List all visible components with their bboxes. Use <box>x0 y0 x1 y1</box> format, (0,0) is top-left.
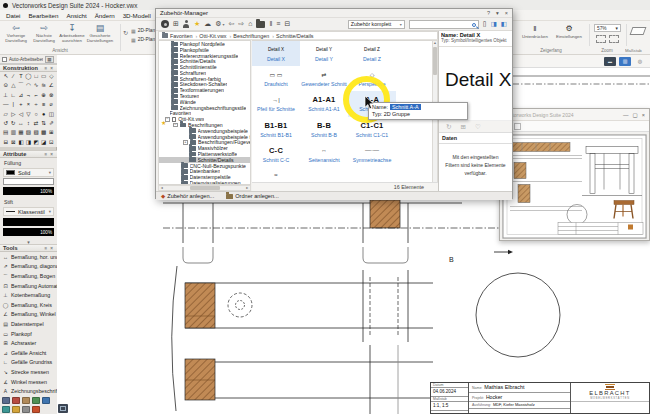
refresh-icon[interactable]: ↻ <box>446 123 451 131</box>
menu-item[interactable]: Datei <box>2 12 24 19</box>
library-item[interactable]: ▭ ▭ Draufsicht <box>252 66 300 91</box>
toolbar-icon[interactable]: ☁ <box>204 19 211 29</box>
float-window-titlebar[interactable]: Vectorworks Design Suite 2024 — ▢ × <box>500 109 649 121</box>
library-item[interactable]: A1-A1 Schnitt A1-A1 <box>300 91 348 116</box>
active-view-icon[interactable]: ▥ <box>619 57 631 66</box>
tool-list-item[interactable]: ⊡ Bemaßung Automatisch <box>0 281 57 291</box>
tool-icon[interactable]: ⊗ <box>47 91 55 100</box>
tool-icon[interactable]: ▩ <box>40 128 48 137</box>
collapse-icon[interactable]: ▾ <box>496 10 499 16</box>
tool-icon[interactable]: ▧ <box>25 128 33 137</box>
tool-icon[interactable]: ∟ <box>10 91 18 100</box>
tool-icon[interactable]: ⇗ <box>47 119 55 128</box>
zoom-level-dropdown[interactable]: 57% ▾ <box>594 24 621 32</box>
filter-dropdown[interactable]: Zubehör komplett ▾ <box>348 20 405 29</box>
tool-icon[interactable]: ↺ <box>2 119 10 128</box>
tool-icon[interactable]: ⇄ <box>32 119 40 128</box>
tool-list-item[interactable]: ⇗ Bemaßung, diagonal <box>0 262 57 272</box>
tool-list-item[interactable]: ↔ Bemaßung, hor. und vert. <box>0 252 57 262</box>
tool-icon[interactable]: × <box>25 100 33 109</box>
toolbar-icon[interactable] <box>161 20 169 28</box>
tool-icon[interactable]: ○ <box>32 110 40 119</box>
help-icon[interactable]: ? <box>487 10 490 16</box>
tool-icon[interactable]: ⊙ <box>2 81 10 90</box>
toolbar-icon[interactable]: ★ <box>194 19 200 29</box>
maximize-icon[interactable]: ▢ <box>633 112 638 118</box>
library-item[interactable]: C1-C1 Schnitt C1-C1 <box>348 117 396 142</box>
menu-item[interactable]: Ansicht <box>62 12 90 19</box>
zoom-rect-icon[interactable] <box>596 35 606 43</box>
workspace-icon[interactable] <box>42 397 50 404</box>
library-item[interactable]: B-B Schnitt B-B <box>300 117 348 142</box>
tool-icon[interactable]: ↕ <box>25 119 33 128</box>
tool-icon[interactable]: ∿ <box>32 81 40 90</box>
ribbon-button[interactable]: ⇨ Nächste Darstellung <box>30 22 58 44</box>
library-item[interactable]: →| Pfeil für Schnitte <box>252 91 300 116</box>
menu-item[interactable]: Ändern <box>91 12 119 19</box>
auto-workplane-checkbox[interactable] <box>2 57 7 62</box>
expander-icon[interactable]: + <box>183 140 188 145</box>
library-item[interactable]: C-C Schnitt C-C <box>252 142 300 167</box>
tool-icon[interactable]: ⌐ <box>32 91 40 100</box>
close-icon[interactable]: × <box>505 10 508 16</box>
tool-icon[interactable]: ▷ <box>10 110 18 119</box>
zoom-out-rect-icon[interactable] <box>609 35 619 43</box>
page-icon[interactable] <box>514 123 521 130</box>
tree-item[interactable]: Zeichnungsbeschriftungsstile <box>159 105 250 111</box>
render-mode-icon[interactable]: ◎ <box>634 57 646 66</box>
workspace-icon[interactable] <box>22 406 30 413</box>
scroll-thumb[interactable] <box>190 186 220 190</box>
tool-icon[interactable]: ⌀ <box>47 100 55 109</box>
tool-icon[interactable]: ◧ <box>17 138 25 147</box>
tool-list-item[interactable]: ▭ Plankopf <box>0 329 57 339</box>
breadcrumb-item[interactable]: Otti-Kit.vwx <box>199 33 231 39</box>
canvas-corner-icon[interactable] <box>58 404 68 413</box>
tool-list-item[interactable]: ↘ Strecke messen <box>0 367 57 377</box>
tool-icon[interactable]: | <box>10 100 18 109</box>
toolbar-icon[interactable] <box>256 21 265 28</box>
toolbar-icon[interactable]: ⌂ <box>248 19 252 29</box>
tool-icon[interactable]: ÷ <box>32 100 40 109</box>
layout-toggle-left-icon[interactable]: ◧ <box>501 19 507 29</box>
library-item[interactable]: ≈ <box>252 167 300 182</box>
tool-icon[interactable]: ◯ <box>25 72 33 81</box>
library-item[interactable]: Detail Y Detail Y <box>300 41 348 66</box>
tool-icon[interactable]: ⊡ <box>47 138 55 147</box>
tool-icon[interactable]: ◩ <box>32 138 40 147</box>
pen-opacity-slider[interactable]: 100% <box>3 228 54 236</box>
tool-icon[interactable]: + <box>17 100 25 109</box>
tool-icon[interactable]: ⊠ <box>10 138 18 147</box>
tool-list-item[interactable]: ⊥ Kotenbemaßung <box>0 290 57 300</box>
view-dropdown[interactable]: ▦ 2D-Plan <box>131 35 157 44</box>
snap-settings-button[interactable]: ⚙ Einstellungen <box>553 24 585 39</box>
toolbar-icon[interactable]: ⊞ <box>173 19 179 29</box>
tool-list-item[interactable]: ▤ Datenstempel <box>0 319 57 329</box>
library-item[interactable]: ⇄ Gewendeter Schnitt <box>300 66 348 91</box>
page-preview-icon[interactable]: ▯ <box>483 19 487 29</box>
ribbon-button[interactable]: ⇦ Vorherige Darstellung <box>2 22 30 44</box>
expander-icon[interactable]: − <box>173 123 178 128</box>
tool-icon[interactable]: ⌒ <box>17 81 25 90</box>
toolbar-icon[interactable]: ⚙ <box>215 19 224 30</box>
scroll-up-icon[interactable]: ▲ <box>433 41 437 46</box>
tool-icon[interactable]: — <box>2 100 10 109</box>
breadcrumb-item[interactable]: Favoriten <box>170 33 197 39</box>
view-dropdown[interactable]: ▦ 2D-Plan Drehfeld <box>131 26 157 35</box>
tool-icon[interactable]: ¬ <box>25 91 33 100</box>
library-item[interactable]: B1-B1 Schnitt B1-B1 <box>252 117 300 142</box>
tool-icon[interactable]: ◇ <box>47 72 55 81</box>
tool-icon[interactable]: ▽ <box>25 110 33 119</box>
search-box[interactable] <box>409 20 479 29</box>
workspace-icon[interactable] <box>12 397 20 404</box>
tool-icon[interactable]: ≋ <box>40 81 48 90</box>
tool-list-item[interactable]: ◯ Bemaßung, Kreis <box>0 300 57 310</box>
tool-icon[interactable]: ⊿ <box>17 91 25 100</box>
tool-icon[interactable]: ∠ <box>47 81 55 90</box>
workspace-icon[interactable] <box>2 397 10 404</box>
minimize-icon[interactable]: — <box>623 112 629 118</box>
breadcrumb-item[interactable]: Beschriftungen <box>233 33 274 39</box>
suppress-snapping-button[interactable]: ‖ Unterdrücken <box>519 24 551 39</box>
library-item[interactable]: —·— Symmetrieachse <box>348 142 396 167</box>
tool-icon[interactable]: ▱ <box>2 110 10 119</box>
tool-icon[interactable]: ◫ <box>47 110 55 119</box>
